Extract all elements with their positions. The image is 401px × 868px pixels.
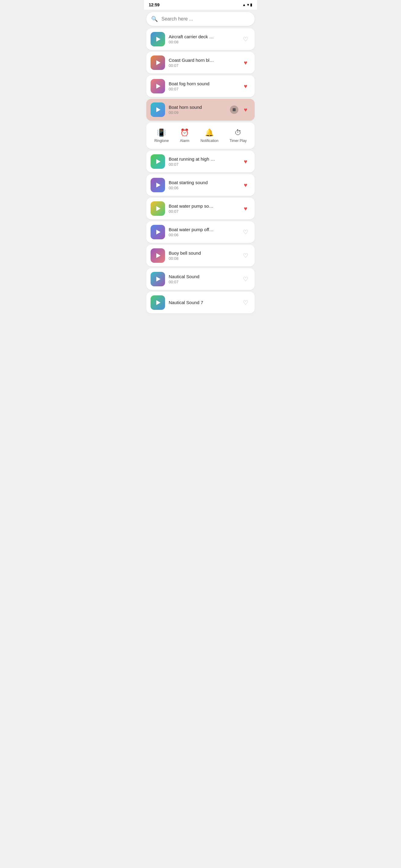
sound-title: Coast Guard horn bl…	[169, 58, 237, 63]
search-input[interactable]	[162, 16, 250, 22]
action-button-notification[interactable]: 🔔 Notification	[197, 127, 222, 144]
sound-actions: ♡	[241, 251, 251, 260]
action-panel: 📳 Ringtone ⏰ Alarm 🔔 Notification ⏱ Time…	[146, 122, 255, 149]
play-button[interactable]	[150, 225, 165, 239]
sound-duration: 00:07	[169, 162, 237, 167]
sound-duration: 00:07	[169, 209, 237, 214]
timer-icon: ⏱	[234, 128, 242, 137]
sound-item-active: Boat horn sound 00:09 ♥	[146, 99, 255, 121]
sound-item: Aircraft carrier deck … 00:08 ♡	[146, 28, 255, 50]
play-button[interactable]	[150, 102, 165, 117]
sound-title: Boat fog horn sound	[169, 81, 237, 86]
stop-button[interactable]	[230, 105, 238, 114]
favorite-button[interactable]: ♥	[241, 157, 251, 166]
favorite-button[interactable]: ♡	[241, 298, 251, 307]
sound-duration: 00:06	[169, 186, 237, 190]
sound-item: Coast Guard horn bl… 00:07 ♥	[146, 52, 255, 73]
sound-actions: ♥	[241, 204, 251, 213]
sound-info: Nautical Sound 00:07	[169, 274, 237, 284]
battery-icon: ▮	[250, 3, 252, 7]
sound-actions: ♥	[241, 157, 251, 166]
play-button[interactable]	[150, 296, 165, 310]
play-button[interactable]	[150, 248, 165, 263]
sound-duration: 00:06	[169, 233, 237, 237]
status-icons: ▲ ▾ ▮	[242, 3, 252, 7]
favorite-button[interactable]: ♥	[241, 105, 251, 115]
sound-duration: 00:08	[169, 256, 237, 261]
action-button-ringtone[interactable]: 📳 Ringtone	[150, 127, 172, 144]
sound-info: Buoy bell sound 00:08	[169, 250, 237, 261]
sound-item: Buoy bell sound 00:08 ♡	[146, 245, 255, 267]
sound-title: Boat horn sound	[169, 104, 226, 110]
sound-duration: 00:07	[169, 63, 237, 68]
favorite-button[interactable]: ♥	[241, 204, 251, 213]
search-bar[interactable]: 🔍	[146, 12, 255, 26]
play-button[interactable]	[150, 272, 165, 286]
ringtone-icon: 📳	[157, 128, 166, 137]
sound-duration: 00:07	[169, 87, 237, 91]
sound-duration: 00:07	[169, 280, 237, 284]
status-time: 12:59	[149, 2, 160, 7]
notification-icon: 🔔	[205, 128, 214, 137]
sound-item: Boat water pump so… 00:07 ♥	[146, 198, 255, 219]
favorite-button[interactable]: ♥	[241, 82, 251, 91]
sound-duration: 00:08	[169, 40, 237, 44]
signal-icon: ▲	[242, 3, 246, 7]
sound-actions: ♡	[241, 227, 251, 237]
sound-info: Nautical Sound 7	[169, 300, 237, 306]
search-icon: 🔍	[151, 16, 158, 22]
sound-actions: ♡	[241, 34, 251, 44]
sound-title: Boat running at high …	[169, 156, 237, 161]
sound-info: Aircraft carrier deck … 00:08	[169, 34, 237, 44]
sound-info: Boat water pump off… 00:06	[169, 227, 237, 237]
sound-actions: ♥	[241, 82, 251, 91]
sound-info: Boat fog horn sound 00:07	[169, 81, 237, 91]
sound-item: Nautical Sound 00:07 ♡	[146, 268, 255, 290]
play-button[interactable]	[150, 79, 165, 93]
sound-title: Nautical Sound	[169, 274, 237, 279]
favorite-button[interactable]: ♥	[241, 58, 251, 67]
sound-title: Boat water pump off…	[169, 227, 237, 232]
play-button[interactable]	[150, 56, 165, 70]
wifi-icon: ▾	[247, 3, 249, 7]
favorite-button[interactable]: ♡	[241, 34, 251, 44]
sound-title: Nautical Sound 7	[169, 300, 237, 305]
sound-info: Boat horn sound 00:09	[169, 104, 226, 115]
sound-title: Boat water pump so…	[169, 204, 237, 209]
action-button-alarm[interactable]: ⏰ Alarm	[176, 127, 193, 144]
sound-actions: ♥	[230, 105, 251, 115]
favorite-button[interactable]: ♡	[241, 274, 251, 284]
screen: 12:59 ▲ ▾ ▮ 🔍 Aircraft carrier deck … 00…	[144, 0, 257, 868]
sound-actions: ♥	[241, 58, 251, 67]
sound-item: Boat water pump off… 00:06 ♡	[146, 221, 255, 243]
play-button[interactable]	[150, 178, 165, 192]
favorite-button[interactable]: ♡	[241, 251, 251, 260]
sound-info: Coast Guard horn bl… 00:07	[169, 58, 237, 68]
sound-item: Boat fog horn sound 00:07 ♥	[146, 75, 255, 97]
sound-info: Boat water pump so… 00:07	[169, 204, 237, 214]
alarm-icon: ⏰	[180, 128, 189, 137]
sound-title: Boat starting sound	[169, 180, 237, 185]
sound-title: Aircraft carrier deck …	[169, 34, 237, 39]
favorite-button[interactable]: ♡	[241, 227, 251, 237]
play-button[interactable]	[150, 32, 165, 46]
sound-item: Boat starting sound 00:06 ♥	[146, 174, 255, 196]
sound-list: Aircraft carrier deck … 00:08 ♡ Coast Gu…	[144, 28, 257, 313]
sound-actions: ♥	[241, 180, 251, 190]
sound-title: Buoy bell sound	[169, 250, 237, 255]
sound-actions: ♡	[241, 298, 251, 307]
action-button-timer[interactable]: ⏱ Timer Play	[226, 127, 251, 144]
ringtone-label: Ringtone	[154, 138, 169, 143]
sound-actions: ♡	[241, 274, 251, 284]
sound-item: Boat running at high … 00:07 ♥	[146, 151, 255, 173]
favorite-button[interactable]: ♥	[241, 180, 251, 190]
alarm-label: Alarm	[180, 138, 189, 143]
timer-label: Timer Play	[230, 138, 247, 143]
sound-duration: 00:09	[169, 110, 226, 115]
play-button[interactable]	[150, 201, 165, 216]
notification-label: Notification	[200, 138, 218, 143]
sound-info: Boat starting sound 00:06	[169, 180, 237, 190]
sound-info: Boat running at high … 00:07	[169, 156, 237, 167]
play-button[interactable]	[150, 154, 165, 169]
sound-item: Nautical Sound 7 ♡	[146, 292, 255, 313]
